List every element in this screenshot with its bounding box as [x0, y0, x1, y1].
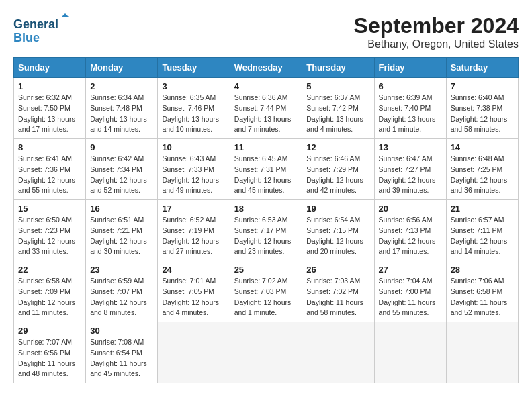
day-number: 1 [18, 81, 81, 91]
table-row [446, 322, 518, 383]
day-number: 18 [234, 203, 298, 214]
col-friday: Friday [374, 58, 446, 78]
table-row: 19Sunrise: 6:54 AMSunset: 7:15 PMDayligh… [302, 200, 374, 261]
day-info: Sunrise: 6:39 AMSunset: 7:40 PMDaylight:… [379, 93, 442, 135]
logo-svg: General Blue [13, 13, 74, 47]
col-thursday: Thursday [302, 58, 374, 78]
day-number: 2 [90, 81, 153, 91]
day-number: 20 [379, 203, 442, 214]
page-title: September 2024 [354, 13, 519, 38]
table-row: 29Sunrise: 7:07 AMSunset: 6:56 PMDayligh… [14, 322, 86, 383]
day-number: 13 [379, 142, 442, 152]
day-info: Sunrise: 6:59 AMSunset: 7:07 PMDaylight:… [90, 276, 153, 318]
title-block: September 2024 Bethany, Oregon, United S… [354, 13, 519, 50]
table-row: 3Sunrise: 6:35 AMSunset: 7:46 PMDaylight… [158, 78, 230, 139]
table-row: 21Sunrise: 6:57 AMSunset: 7:11 PMDayligh… [446, 200, 518, 261]
day-info: Sunrise: 6:36 AMSunset: 7:44 PMDaylight:… [234, 93, 298, 135]
page-subtitle: Bethany, Oregon, United States [354, 38, 519, 50]
table-row: 23Sunrise: 6:59 AMSunset: 7:07 PMDayligh… [86, 261, 158, 322]
col-saturday: Saturday [446, 58, 518, 78]
day-number: 28 [451, 265, 514, 275]
table-row: 7Sunrise: 6:40 AMSunset: 7:38 PMDaylight… [446, 78, 518, 139]
day-number: 6 [379, 81, 442, 91]
day-info: Sunrise: 6:52 AMSunset: 7:19 PMDaylight:… [162, 215, 225, 257]
day-number: 9 [90, 142, 153, 152]
day-info: Sunrise: 6:41 AMSunset: 7:36 PMDaylight:… [18, 154, 81, 196]
table-row: 8Sunrise: 6:41 AMSunset: 7:36 PMDaylight… [14, 139, 86, 200]
table-row: 17Sunrise: 6:52 AMSunset: 7:19 PMDayligh… [158, 200, 230, 261]
day-number: 8 [18, 142, 81, 152]
table-row: 13Sunrise: 6:47 AMSunset: 7:27 PMDayligh… [374, 139, 446, 200]
table-row: 16Sunrise: 6:51 AMSunset: 7:21 PMDayligh… [86, 200, 158, 261]
calendar-week-row: 8Sunrise: 6:41 AMSunset: 7:36 PMDaylight… [14, 139, 519, 200]
day-info: Sunrise: 7:08 AMSunset: 6:54 PMDaylight:… [90, 337, 153, 379]
table-row: 15Sunrise: 6:50 AMSunset: 7:23 PMDayligh… [14, 200, 86, 261]
table-row: 1Sunrise: 6:32 AMSunset: 7:50 PMDaylight… [14, 78, 86, 139]
calendar-table: Sunday Monday Tuesday Wednesday Thursday… [13, 57, 519, 383]
day-info: Sunrise: 6:50 AMSunset: 7:23 PMDaylight:… [18, 215, 81, 257]
day-info: Sunrise: 6:42 AMSunset: 7:34 PMDaylight:… [90, 154, 153, 196]
day-info: Sunrise: 6:58 AMSunset: 7:09 PMDaylight:… [18, 276, 81, 318]
day-number: 27 [379, 265, 442, 275]
calendar-week-row: 15Sunrise: 6:50 AMSunset: 7:23 PMDayligh… [14, 200, 519, 261]
day-info: Sunrise: 6:51 AMSunset: 7:21 PMDaylight:… [90, 215, 153, 257]
day-info: Sunrise: 6:47 AMSunset: 7:27 PMDaylight:… [379, 154, 442, 196]
day-number: 24 [162, 265, 225, 275]
table-row: 30Sunrise: 7:08 AMSunset: 6:54 PMDayligh… [86, 322, 158, 383]
table-row: 18Sunrise: 6:53 AMSunset: 7:17 PMDayligh… [230, 200, 302, 261]
col-monday: Monday [86, 58, 158, 78]
day-number: 11 [234, 142, 298, 152]
table-row: 5Sunrise: 6:37 AMSunset: 7:42 PMDaylight… [302, 78, 374, 139]
table-row: 6Sunrise: 6:39 AMSunset: 7:40 PMDaylight… [374, 78, 446, 139]
table-row: 12Sunrise: 6:46 AMSunset: 7:29 PMDayligh… [302, 139, 374, 200]
table-row: 10Sunrise: 6:43 AMSunset: 7:33 PMDayligh… [158, 139, 230, 200]
day-number: 21 [451, 203, 514, 214]
day-info: Sunrise: 6:48 AMSunset: 7:25 PMDaylight:… [451, 154, 514, 196]
day-info: Sunrise: 7:01 AMSunset: 7:05 PMDaylight:… [162, 276, 225, 318]
table-row [302, 322, 374, 383]
table-row: 2Sunrise: 6:34 AMSunset: 7:48 PMDaylight… [86, 78, 158, 139]
calendar-week-row: 22Sunrise: 6:58 AMSunset: 7:09 PMDayligh… [14, 261, 519, 322]
col-sunday: Sunday [14, 58, 86, 78]
day-number: 19 [306, 203, 369, 214]
table-row: 26Sunrise: 7:03 AMSunset: 7:02 PMDayligh… [302, 261, 374, 322]
svg-text:General: General [13, 17, 58, 31]
day-number: 15 [18, 203, 81, 214]
table-row: 11Sunrise: 6:45 AMSunset: 7:31 PMDayligh… [230, 139, 302, 200]
day-number: 29 [18, 326, 81, 336]
table-row: 22Sunrise: 6:58 AMSunset: 7:09 PMDayligh… [14, 261, 86, 322]
col-tuesday: Tuesday [158, 58, 230, 78]
table-row: 24Sunrise: 7:01 AMSunset: 7:05 PMDayligh… [158, 261, 230, 322]
day-number: 3 [162, 81, 225, 91]
day-info: Sunrise: 6:54 AMSunset: 7:15 PMDaylight:… [306, 215, 369, 257]
day-number: 5 [306, 81, 369, 91]
day-number: 30 [90, 326, 153, 336]
day-number: 12 [306, 142, 369, 152]
day-info: Sunrise: 6:46 AMSunset: 7:29 PMDaylight:… [306, 154, 369, 196]
day-number: 26 [306, 265, 369, 275]
day-info: Sunrise: 6:35 AMSunset: 7:46 PMDaylight:… [162, 93, 225, 135]
table-row: 25Sunrise: 7:02 AMSunset: 7:03 PMDayligh… [230, 261, 302, 322]
svg-marker-1 [62, 13, 69, 17]
day-number: 14 [451, 142, 514, 152]
day-number: 23 [90, 265, 153, 275]
table-row [374, 322, 446, 383]
day-info: Sunrise: 6:34 AMSunset: 7:48 PMDaylight:… [90, 93, 153, 135]
day-info: Sunrise: 6:56 AMSunset: 7:13 PMDaylight:… [379, 215, 442, 257]
day-number: 7 [451, 81, 514, 91]
day-info: Sunrise: 7:02 AMSunset: 7:03 PMDaylight:… [234, 276, 298, 318]
table-row [230, 322, 302, 383]
calendar-header-row: Sunday Monday Tuesday Wednesday Thursday… [14, 58, 519, 78]
table-row: 4Sunrise: 6:36 AMSunset: 7:44 PMDaylight… [230, 78, 302, 139]
day-number: 22 [18, 265, 81, 275]
day-info: Sunrise: 7:06 AMSunset: 6:58 PMDaylight:… [451, 276, 514, 318]
calendar-week-row: 29Sunrise: 7:07 AMSunset: 6:56 PMDayligh… [14, 322, 519, 383]
day-info: Sunrise: 7:07 AMSunset: 6:56 PMDaylight:… [18, 337, 81, 379]
day-info: Sunrise: 6:37 AMSunset: 7:42 PMDaylight:… [306, 93, 369, 135]
table-row: 27Sunrise: 7:04 AMSunset: 7:00 PMDayligh… [374, 261, 446, 322]
page-header: General Blue September 2024 Bethany, Ore… [13, 13, 519, 50]
day-info: Sunrise: 6:32 AMSunset: 7:50 PMDaylight:… [18, 93, 81, 135]
day-info: Sunrise: 6:45 AMSunset: 7:31 PMDaylight:… [234, 154, 298, 196]
day-info: Sunrise: 6:40 AMSunset: 7:38 PMDaylight:… [451, 93, 514, 135]
svg-text:Blue: Blue [13, 31, 40, 44]
